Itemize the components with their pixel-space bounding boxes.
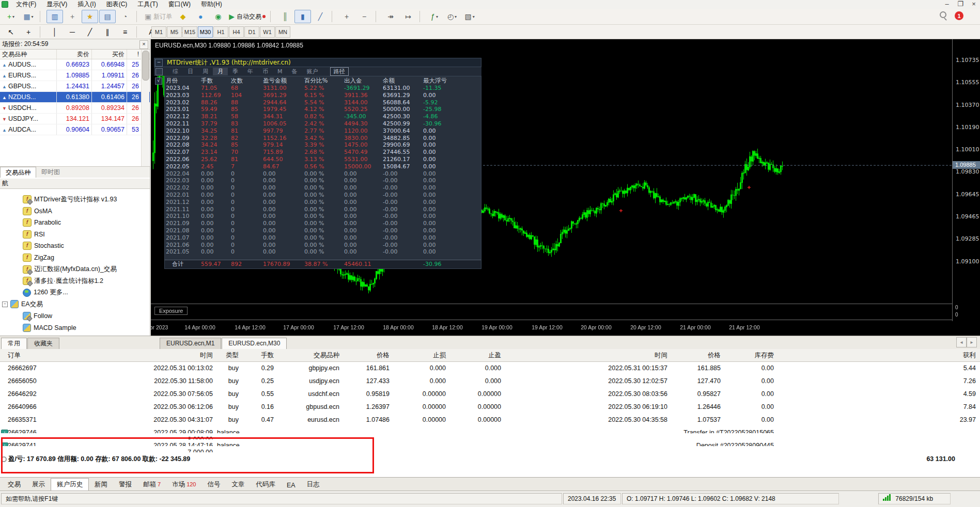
bar-chart-button[interactable]: ║ xyxy=(277,10,293,23)
market-watch-row[interactable]: ▲AUDCA...0.906040.9065753 xyxy=(0,124,150,135)
search-icon[interactable] xyxy=(940,11,948,20)
panel-minimize-button[interactable]: − xyxy=(155,59,163,67)
market-watch-row[interactable]: ▲AUDUS...0.669230.6694825 xyxy=(0,59,150,70)
autotrading-button[interactable]: ▶自动交易 xyxy=(227,10,267,23)
price-scale[interactable]: 1.107351.105551.103701.101901.100101.098… xyxy=(952,39,980,321)
timeframe-m30[interactable]: M30 xyxy=(198,26,213,38)
line-chart-button[interactable]: ╱ xyxy=(312,10,329,23)
market-watch-header-1[interactable]: 卖价 xyxy=(57,50,92,59)
stats-tab-周[interactable]: 周 xyxy=(198,68,213,75)
signals-button[interactable]: ◉ xyxy=(210,10,226,23)
orders-header-0[interactable]: 订单 xyxy=(0,349,72,361)
stats-tab-M[interactable]: M xyxy=(273,68,287,75)
stats-tab-日[interactable]: 日 xyxy=(183,68,198,75)
stats-tab-季[interactable]: 季 xyxy=(228,68,243,75)
terminal-tab-6[interactable]: 市场120 xyxy=(166,479,201,490)
cursor-button[interactable]: ↖ xyxy=(3,25,19,39)
fibonacci-button[interactable]: ≡ xyxy=(117,25,133,39)
stats-tab-账户[interactable]: 账户 xyxy=(302,68,323,75)
periods-button[interactable]: ◴▾ xyxy=(444,10,460,23)
market-watch-button[interactable]: ▥ xyxy=(46,10,63,23)
history-trade-row[interactable]: 266560502022.05.30 11:58:00buy0.25usdjpy… xyxy=(0,375,980,388)
channel-button[interactable]: ∥ xyxy=(99,25,116,39)
terminal-tab-5[interactable]: 邮箱7 xyxy=(137,479,166,490)
zoom-out-button[interactable]: − xyxy=(356,10,372,23)
terminal-tab-4[interactable]: 警报 xyxy=(113,479,137,490)
tabs-scroll-right-icon[interactable]: ▸ xyxy=(967,337,977,347)
navigator-item-9[interactable]: −EA交易 xyxy=(2,299,43,309)
navigator-item-8[interactable]: 1260 更多... xyxy=(23,288,68,298)
minimize-button[interactable]: – xyxy=(943,0,951,8)
templates-button[interactable]: ▧▾ xyxy=(461,10,478,23)
zoom-in-button[interactable]: + xyxy=(338,10,355,23)
timeframe-h1[interactable]: H1 xyxy=(213,26,228,38)
tabs-scroll-left-icon[interactable]: ◂ xyxy=(956,337,967,347)
stats-check-icon[interactable]: √ xyxy=(155,77,162,85)
chart-shift-button[interactable]: ↦ xyxy=(400,10,416,23)
market-watch-close-icon[interactable]: × xyxy=(139,40,148,49)
close-button[interactable]: × xyxy=(970,0,978,8)
history-trade-row[interactable]: 266626972022.05.31 00:13:02buy0.29gbpjpy… xyxy=(0,362,980,375)
navigator-item-7[interactable]: f潘多拉·魔盒统计指标1.2 xyxy=(23,276,103,286)
terminal-tab-1[interactable]: 展示 xyxy=(26,479,51,490)
terminal-tab-7[interactable]: 信号 xyxy=(201,479,226,490)
navigator-item-1[interactable]: fOsMA xyxy=(23,206,52,216)
market-watch-header-0[interactable]: 交易品种 xyxy=(0,50,57,59)
strategy-tester-button[interactable]: ◔ xyxy=(117,10,133,23)
timeframe-w1[interactable]: W1 xyxy=(260,26,275,38)
navigator-item-5[interactable]: fZigZag xyxy=(23,252,54,263)
tree-collapse-icon[interactable]: − xyxy=(2,302,8,307)
profiles-button[interactable]: ▦▾ xyxy=(20,10,37,23)
stats-tab-路径[interactable]: 路径 xyxy=(330,67,349,76)
timeframe-d1[interactable]: D1 xyxy=(244,26,259,38)
orders-header-10[interactable]: 库存费 xyxy=(725,349,778,361)
orders-header-5[interactable]: 价格 xyxy=(344,349,394,361)
navigator-tab-1[interactable]: 收藏夹 xyxy=(27,338,59,349)
timeframe-m1[interactable]: M1 xyxy=(151,26,166,38)
menu-item-5[interactable]: 窗口(W) xyxy=(163,0,196,8)
market-watch-row[interactable]: ▲NZDUS...0.613800.6140626 xyxy=(0,92,150,103)
chart-window[interactable]: EURUSD.ecn,M30 1.09880 1.09886 1.09842 1… xyxy=(151,39,980,336)
orders-header-1[interactable]: 时间 xyxy=(72,349,217,361)
timeframe-mn[interactable]: MN xyxy=(275,26,290,38)
navigator-item-10[interactable]: Follow xyxy=(23,311,52,321)
navigator-item-6[interactable]: f迈汇数据(MyfxData.cn)_交易 xyxy=(23,264,117,275)
terminal-tab-8[interactable]: 文章 xyxy=(226,479,250,490)
terminal-tab-10[interactable]: EA xyxy=(281,480,301,490)
candlestick-button[interactable]: ▮ xyxy=(294,10,311,23)
community-button[interactable]: ● xyxy=(192,10,209,23)
terminal-tab-2[interactable]: 账户历史 xyxy=(51,478,89,490)
market-watch-tab-1[interactable]: 即时图 xyxy=(36,167,65,178)
menu-item-6[interactable]: 帮助(H) xyxy=(196,0,227,8)
crosshair-button[interactable]: + xyxy=(20,25,37,39)
chart-tab-1[interactable]: EURUSD.ecn,M30 xyxy=(222,338,287,349)
market-watch-row[interactable]: ▲EURUS...1.098851.0991126 xyxy=(0,70,150,81)
terminal-button[interactable]: ▤ xyxy=(99,10,116,23)
chart-tab-0[interactable]: EURUSD.ecn,M1 xyxy=(160,338,221,349)
menu-item-0[interactable]: 文件(F) xyxy=(11,0,41,8)
menu-item-2[interactable]: 插入(I) xyxy=(72,0,101,8)
menu-item-4[interactable]: 工具(T) xyxy=(132,0,163,8)
navigator-item-2[interactable]: fParabolic xyxy=(23,217,61,228)
metaeditor-button[interactable]: ◆ xyxy=(175,10,191,23)
indicators-button[interactable]: ƒ▾ xyxy=(426,10,443,23)
market-watch-header-2[interactable]: 买价 xyxy=(92,50,127,59)
trendline-button[interactable]: ╱ xyxy=(82,25,98,39)
stats-tab-月[interactable]: 月 xyxy=(213,68,228,75)
menu-item-1[interactable]: 显示(V) xyxy=(41,0,72,8)
orders-header-2[interactable]: 类型 xyxy=(217,349,243,361)
timeframe-m5[interactable]: M5 xyxy=(167,26,182,38)
navigator-item-11[interactable]: MACD Sample xyxy=(23,323,76,333)
market-watch-row[interactable]: ▲GBPUS...1.244311.2445726 xyxy=(0,81,150,92)
market-watch-tab-0[interactable]: 交易品种 xyxy=(0,167,36,178)
market-watch-scrollbar[interactable] xyxy=(141,50,149,166)
orders-header-6[interactable]: 止损 xyxy=(394,349,450,361)
data-window-button[interactable]: + xyxy=(64,10,81,23)
stats-tab-年[interactable]: 年 xyxy=(243,68,258,75)
stats-tab-备[interactable]: 备 xyxy=(287,68,302,75)
terminal-tab-0[interactable]: 交易 xyxy=(2,479,26,490)
navigator-item-4[interactable]: fStochastic xyxy=(23,241,64,251)
horizontal-line-button[interactable]: ─ xyxy=(64,25,81,39)
timeframe-m15[interactable]: M15 xyxy=(182,26,197,38)
navigator-tab-0[interactable]: 常用 xyxy=(1,338,27,349)
